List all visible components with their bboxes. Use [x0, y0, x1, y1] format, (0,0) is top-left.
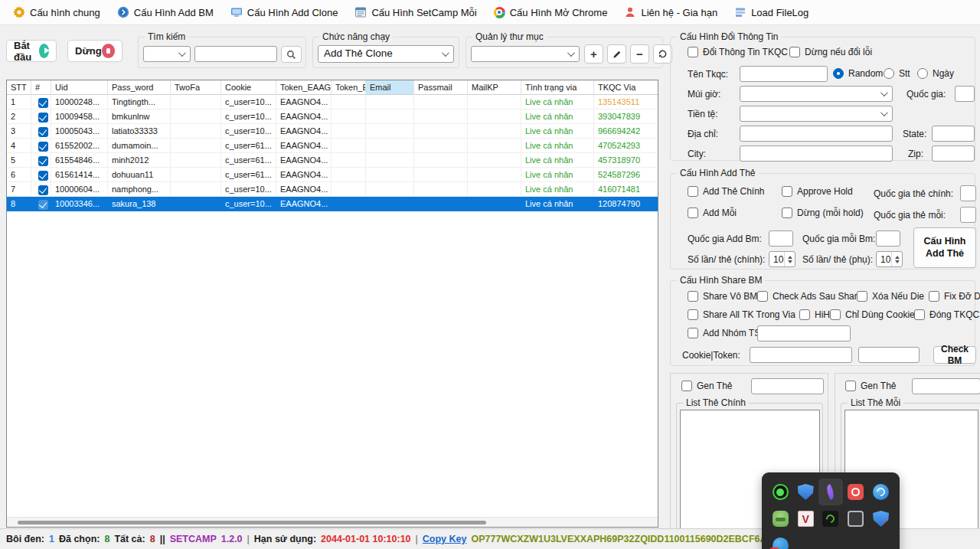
gen-the-right-input[interactable] — [912, 378, 980, 394]
window-outline-icon[interactable] — [848, 511, 864, 527]
folder-add-button[interactable]: + — [584, 44, 603, 64]
table-row[interactable]: 310005043...latiato33333c_user=10...EAAG… — [7, 124, 658, 139]
tray-cell[interactable] — [793, 479, 818, 505]
checkbox-add-nhom-ts[interactable]: Add Nhóm TS — [688, 328, 760, 338]
checkbox-hihi[interactable]: HiHi — [799, 309, 832, 320]
table-row[interactable]: 461552002...dumamoin...c_user=61...EAAGN… — [7, 139, 658, 153]
cell-checked[interactable] — [31, 153, 51, 168]
row-checkbox-icon[interactable] — [38, 98, 48, 108]
stop-button[interactable]: Dừng — [67, 40, 122, 62]
table-row[interactable]: 661561414...dohuuan11c_user=61...EAAGNO4… — [7, 168, 658, 182]
radio-stt[interactable]: Stt — [884, 68, 910, 79]
checkbox-add-the-chinh[interactable]: Add Thẻ Chính — [688, 186, 765, 197]
function-select[interactable]: Add Thẻ Clone — [318, 45, 454, 63]
tray-cell[interactable] — [868, 479, 893, 505]
horizontal-scrollbar[interactable] — [7, 517, 658, 527]
quoc-gia-input[interactable] — [955, 86, 975, 102]
feather-icon[interactable] — [825, 484, 838, 500]
row-checkbox-icon[interactable] — [38, 156, 48, 166]
checkbox-doi-thong-tin-tkqc[interactable]: Đổi Thông Tin TKQC — [688, 47, 788, 57]
column-header-8[interactable]: Email — [366, 80, 414, 95]
tray-cell[interactable] — [768, 479, 793, 505]
table-row[interactable]: 110000248...Tingtingth...c_user=10...EAA… — [7, 95, 658, 109]
table-row[interactable]: 710000604...namphong...c_user=10...EAAGN… — [7, 182, 658, 197]
qg-the-chinh-input[interactable] — [960, 185, 976, 201]
checkbox-gen-the-right[interactable]: Gen Thẻ — [845, 381, 896, 391]
cell-checked[interactable] — [31, 95, 51, 109]
tray-cell[interactable] — [793, 505, 818, 532]
menu-item-lien-he-gia-han[interactable]: Liên hệ - Gia hạn — [616, 0, 726, 25]
table-row[interactable]: 561554846...minh2012c_user=61...EAAGNO4.… — [7, 153, 658, 168]
checkbox-dung-moi-hold[interactable]: Dừng (mỗi hold) — [782, 208, 864, 218]
tray-cell[interactable] — [843, 505, 868, 532]
check-bm-button[interactable]: Check BM — [933, 346, 976, 364]
row-checkbox-icon[interactable] — [38, 142, 48, 152]
defender-alert-icon[interactable]: ✕ — [873, 511, 889, 527]
messenger-badge-icon[interactable] — [773, 538, 789, 549]
v-icon[interactable] — [798, 511, 814, 527]
gen-the-left-input[interactable] — [751, 378, 824, 394]
cell-checked[interactable] — [31, 168, 51, 182]
column-header-2[interactable]: Uid — [51, 80, 108, 95]
menu-item-cau-hinh-mo-chrome[interactable]: Cấu Hình Mở Chrome — [485, 0, 616, 25]
tray-cell[interactable] — [768, 505, 793, 532]
column-header-7[interactable]: Token_EAAB — [332, 80, 366, 95]
checkbox-approve-hold[interactable]: Approve Hold — [782, 186, 853, 197]
row-checkbox-icon[interactable] — [38, 127, 48, 137]
column-header-5[interactable]: Cookie — [221, 80, 276, 95]
search-button[interactable] — [281, 46, 302, 63]
table-row[interactable]: 210009458...bmkunlnwc_user=10...EAAGNO4.… — [7, 109, 658, 124]
tray-cell[interactable] — [818, 479, 844, 505]
column-header-4[interactable]: TwoFa — [171, 80, 221, 95]
folder-select[interactable] — [471, 46, 580, 62]
row-checkbox-icon[interactable] — [38, 200, 48, 210]
checkbox-add-moi[interactable]: Add Mỗi — [688, 208, 737, 218]
column-header-11[interactable]: Tình trạng via — [521, 80, 594, 95]
spinner-arrows[interactable] — [784, 252, 795, 266]
android-icon[interactable] — [773, 511, 789, 527]
tien-te-select[interactable] — [740, 106, 893, 122]
cookie-token-input-2[interactable] — [858, 347, 920, 363]
column-header-3[interactable]: Pass_word — [108, 80, 171, 95]
row-checkbox-icon[interactable] — [38, 185, 48, 195]
checkbox-gen-the-left[interactable]: Gen Thẻ — [681, 381, 732, 391]
city-input[interactable] — [740, 145, 893, 162]
screen-record-icon[interactable] — [848, 484, 864, 500]
column-header-0[interactable]: STT — [7, 80, 31, 95]
column-header-1[interactable]: # — [31, 80, 51, 95]
search-field-select[interactable] — [143, 46, 191, 62]
scrollbar-thumb[interactable] — [18, 521, 486, 524]
cell-checked[interactable] — [31, 139, 51, 153]
browser-icon[interactable] — [873, 484, 889, 500]
column-header-6[interactable]: Token_EAAG — [276, 80, 332, 95]
checkbox-share-vo-bm[interactable]: Share Vô BM — [688, 291, 757, 302]
menu-item-cau-hinh-add-bm[interactable]: Cấu Hình Add BM — [109, 0, 222, 25]
copy-key-link[interactable]: Copy Key — [423, 534, 467, 544]
table-row[interactable]: 810003346...sakura_138c_user=10...EAAGNO… — [7, 197, 658, 211]
tray-cell[interactable] — [818, 505, 844, 532]
cell-checked[interactable] — [31, 109, 51, 124]
menu-item-cau-hinh-chung[interactable]: Cấu hình chung — [5, 0, 109, 25]
checkbox-fix-do-die[interactable]: Fix Đỡ Die — [929, 291, 980, 302]
checkbox-dong-tkqc[interactable]: Đóng TKQC — [914, 309, 979, 320]
column-header-12[interactable]: TKQC Via — [594, 80, 658, 95]
checkbox-dung-neu-doi-loi[interactable]: Dừng nếu đổi lỗi — [789, 47, 872, 57]
tray-cell[interactable] — [843, 479, 868, 505]
menu-item-cau-hinh-add-clone[interactable]: Cấu Hình Add Clone — [222, 0, 347, 25]
folder-remove-button[interactable]: − — [630, 44, 649, 64]
cell-checked[interactable] — [31, 124, 51, 139]
cell-checked[interactable] — [31, 197, 51, 211]
zip-input[interactable] — [932, 145, 975, 162]
mui-gio-select[interactable] — [740, 86, 893, 102]
checkbox-share-all-tk[interactable]: Share All TK Trong Via — [688, 309, 795, 320]
column-header-9[interactable]: Passmail — [414, 80, 468, 95]
cell-checked[interactable] — [31, 182, 51, 197]
state-input[interactable] — [932, 126, 975, 142]
checkbox-xoa-neu-die[interactable]: Xóa Nếu Die — [857, 291, 924, 302]
column-header-10[interactable]: MailKP — [468, 80, 521, 95]
qg-the-moi-input[interactable] — [960, 207, 976, 223]
qg-moi-bm-input[interactable] — [876, 230, 900, 247]
spinner-arrows[interactable] — [891, 252, 902, 266]
menu-item-cau-hinh-setcamp-moi[interactable]: Cấu Hình SetCamp Mỗi — [346, 0, 485, 25]
so-lan-chinh-spinner[interactable]: 10 — [769, 251, 795, 267]
